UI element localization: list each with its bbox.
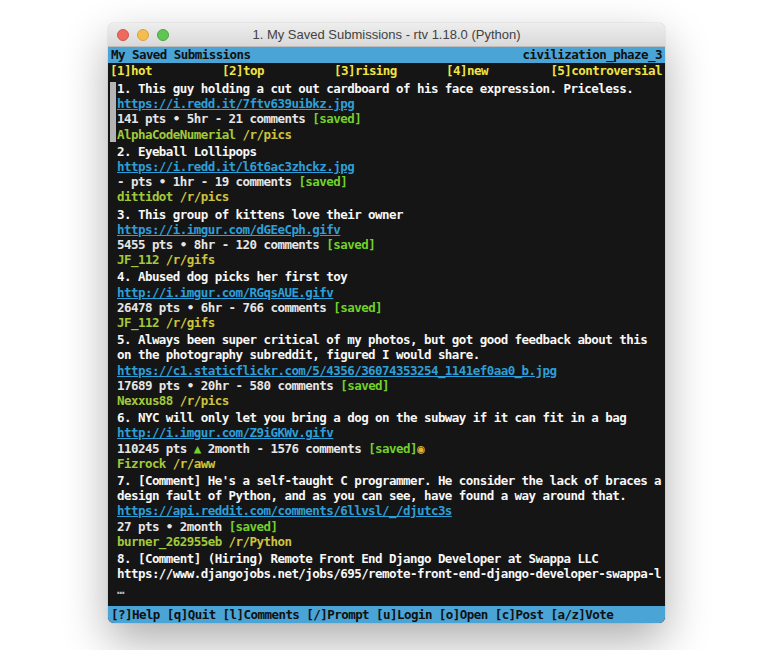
submission-stats: - pts • 1hr - 19 comments xyxy=(117,174,298,189)
window-title: 1. My Saved Submissions - rtv 1.18.0 (Py… xyxy=(252,27,520,42)
submission-url[interactable]: https://i.redd.it/l6t6ac3zhckz.jpg xyxy=(117,159,354,174)
submission-stats: 17689 pts • 20hr - 580 comments xyxy=(117,378,340,393)
author-name: JF_112 xyxy=(117,252,159,267)
saved-badge: [saved] xyxy=(368,441,417,456)
subreddit-name: /r/gifs xyxy=(159,315,215,330)
tab-top[interactable]: [2]top xyxy=(222,63,264,79)
submission-title: 8. [Comment] (Hiring) Remote Front End D… xyxy=(117,551,598,566)
author-name: burner_262955eb xyxy=(117,534,222,549)
submission-list: 1. This guy holding a cut out cardboard … xyxy=(108,79,665,606)
sort-menu: [1]hot [2]top [3]rising [4]new [5]contro… xyxy=(108,63,665,79)
submission-title: 3. This group of kittens love their owne… xyxy=(117,207,403,222)
submission-url[interactable]: https://api.reddit.com/comments/6llvsl/_… xyxy=(117,503,452,518)
submission-title: 7. [Comment] He's a self-taught C progra… xyxy=(117,473,665,503)
window-controls xyxy=(117,23,169,46)
author-name: Fizrock xyxy=(117,456,166,471)
saved-badge: [saved] xyxy=(333,300,382,315)
submission-row[interactable]: 1. This guy holding a cut out cardboard … xyxy=(110,81,663,142)
terminal: My Saved Submissions civilization_phaze_… xyxy=(108,47,665,623)
titlebar: 1. My Saved Submissions - rtv 1.18.0 (Py… xyxy=(108,23,665,47)
saved-badge: [saved] xyxy=(326,237,375,252)
author-name: Nexxus88 xyxy=(117,393,173,408)
subreddit-name: /r/pics xyxy=(173,189,229,204)
author-name: dittidot xyxy=(117,189,173,204)
subreddit-name: /r/Python xyxy=(222,534,292,549)
app-window: 1. My Saved Submissions - rtv 1.18.0 (Py… xyxy=(108,23,665,623)
minimize-button[interactable] xyxy=(137,29,149,41)
subreddit-name: /r/gifs xyxy=(159,252,215,267)
tab-new[interactable]: [4]new xyxy=(446,63,488,79)
submission-row[interactable]: 7. [Comment] He's a self-taught C progra… xyxy=(110,473,663,549)
submission-row[interactable]: 6. NYC will only let you bring a dog on … xyxy=(110,410,663,471)
truncation-ellipsis: … xyxy=(117,582,124,597)
submission-title: 5. Always been super critical of my phot… xyxy=(117,332,654,362)
keybinding-help: [?]Help [q]Quit [l]Comments [/]Prompt [u… xyxy=(111,607,613,622)
submission-stats: 110245 pts xyxy=(117,441,194,456)
submission-stats: 141 pts • 5hr - 21 comments xyxy=(117,111,312,126)
submission-row[interactable]: 8. [Comment] (Hiring) Remote Front End D… xyxy=(110,551,663,597)
submission-url[interactable]: https://i.imgur.com/dGEeCph.gifv xyxy=(117,222,340,237)
saved-badge: [saved] xyxy=(229,519,278,534)
submission-stats: 27 pts • 2month xyxy=(117,519,229,534)
submission-row[interactable]: 5. Always been super critical of my phot… xyxy=(110,332,663,408)
logged-in-username: civilization_phaze_3 xyxy=(522,47,662,63)
tab-rising[interactable]: [3]rising xyxy=(334,63,397,79)
tab-controversial[interactable]: [5]controversial xyxy=(550,63,662,79)
author-name: JF_112 xyxy=(117,315,159,330)
subreddit-name: /r/pics xyxy=(236,127,292,142)
gilded-icon: ◉ xyxy=(417,441,424,456)
author-name: AlphaCodeNumerial xyxy=(117,127,236,142)
submission-url-text: https://www.djangojobs.net/jobs/695/remo… xyxy=(117,566,661,581)
submission-row[interactable]: 4. Abused dog picks her first toyhttp://… xyxy=(110,269,663,330)
submission-url[interactable]: https://c1.staticflickr.com/5/4356/36074… xyxy=(117,363,556,378)
saved-badge: [saved] xyxy=(312,111,361,126)
saved-badge: [saved] xyxy=(340,378,389,393)
submission-title: 4. Abused dog picks her first toy xyxy=(117,269,347,284)
saved-badge: [saved] xyxy=(298,174,347,189)
status-bar: [?]Help [q]Quit [l]Comments [/]Prompt [u… xyxy=(108,606,665,623)
page-header-bar: My Saved Submissions civilization_phaze_… xyxy=(108,47,665,63)
saved-badge: ▲ xyxy=(194,441,201,456)
submission-stats: 2month - 1576 comments xyxy=(201,441,368,456)
submission-url[interactable]: http://i.imgur.com/RGqsAUE.gifv xyxy=(117,285,333,300)
submission-url[interactable]: https://i.redd.it/7ftv639uibkz.jpg xyxy=(117,96,354,111)
close-button[interactable] xyxy=(117,29,129,41)
submission-title: 2. Eyeball Lollipops xyxy=(117,144,257,159)
submission-url[interactable]: http://i.imgur.com/Z9iGKWv.gifv xyxy=(117,425,333,440)
subreddit-name: /r/aww xyxy=(166,456,215,471)
submission-title: 1. This guy holding a cut out cardboard … xyxy=(117,81,633,96)
submission-stats: 5455 pts • 8hr - 120 comments xyxy=(117,237,326,252)
submission-row[interactable]: 2. Eyeball Lollipopshttps://i.redd.it/l6… xyxy=(110,144,663,205)
zoom-button[interactable] xyxy=(157,29,169,41)
submission-stats: 26478 pts • 6hr - 766 comments xyxy=(117,300,333,315)
submission-row[interactable]: 3. This group of kittens love their owne… xyxy=(110,207,663,268)
subreddit-name: /r/pics xyxy=(173,393,229,408)
submission-title: 6. NYC will only let you bring a dog on … xyxy=(117,410,626,425)
tab-hot[interactable]: [1]hot xyxy=(110,63,152,79)
page-title: My Saved Submissions xyxy=(111,47,251,63)
